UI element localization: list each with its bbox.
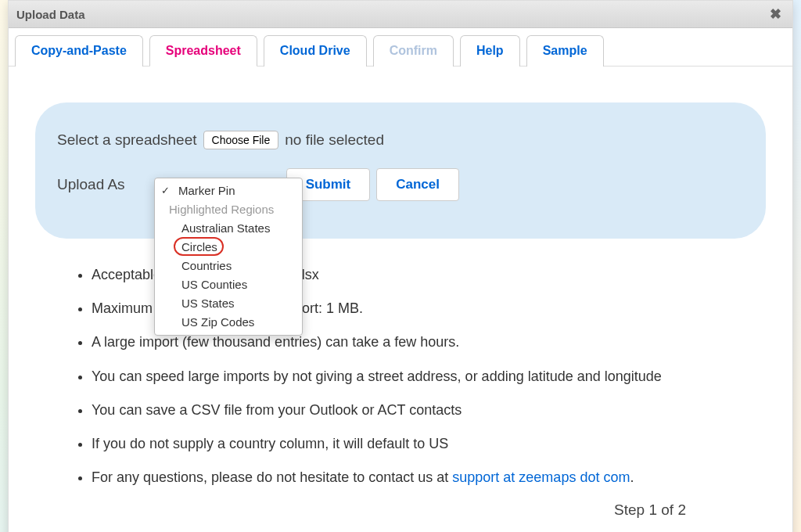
step-indicator: Step 1 of 2 <box>21 501 780 532</box>
dropdown-item-marker-pin[interactable]: ✓ Marker Pin <box>155 182 302 200</box>
dropdown-item-us-zip-codes[interactable]: US Zip Codes <box>155 313 302 332</box>
check-icon: ✓ <box>161 183 170 199</box>
tab-confirm: Confirm <box>373 35 454 66</box>
note-item: You can save a CSV file from your Outloo… <box>92 401 741 420</box>
cancel-button[interactable]: Cancel <box>376 168 459 201</box>
no-file-text: no file selected <box>285 131 384 149</box>
tabs: Copy-and-Paste Spreadsheet Cloud Drive C… <box>9 28 792 66</box>
dialog-header: Upload Data ✖ <box>9 1 792 28</box>
content: Select a spreadsheet Choose File no file… <box>9 66 792 532</box>
tab-cloud-drive[interactable]: Cloud Drive <box>264 35 367 66</box>
note-item: A large import (few thousand entries) ca… <box>92 332 741 352</box>
note-item: You can speed large imports by not givin… <box>92 367 741 386</box>
tab-sample[interactable]: Sample <box>526 35 604 66</box>
upload-panel: Select a spreadsheet Choose File no file… <box>35 102 766 239</box>
note-item: If you do not supply a country column, i… <box>92 434 741 454</box>
tab-copy-and-paste[interactable]: Copy-and-Paste <box>15 35 143 66</box>
upload-data-dialog: Upload Data ✖ Copy-and-Paste Spreadsheet… <box>8 0 793 532</box>
upload-as-dropdown[interactable]: ✓ Marker Pin Highlighted Regions Austral… <box>154 178 303 336</box>
dropdown-item-us-counties[interactable]: US Counties <box>155 275 302 294</box>
support-link[interactable]: support at zeemaps dot com <box>452 469 630 485</box>
dropdown-item-us-states[interactable]: US States <box>155 294 302 313</box>
file-row: Select a spreadsheet Choose File no file… <box>57 131 744 149</box>
close-icon[interactable]: ✖ <box>767 5 785 23</box>
dropdown-item-circles[interactable]: Circles <box>155 238 302 257</box>
dropdown-item-countries[interactable]: Countries <box>155 257 302 275</box>
dropdown-item-australian-states[interactable]: Australian States <box>155 219 302 238</box>
dropdown-group-highlighted-regions: Highlighted Regions <box>155 200 302 219</box>
choose-file-button[interactable]: Choose File <box>203 131 279 149</box>
upload-as-label: Upload As <box>57 176 125 193</box>
dialog-title: Upload Data <box>16 8 85 21</box>
tab-help[interactable]: Help <box>460 35 520 66</box>
tab-spreadsheet[interactable]: Spreadsheet <box>149 35 257 66</box>
select-spreadsheet-label: Select a spreadsheet <box>57 131 197 149</box>
note-item: For any questions, please do not hesitat… <box>92 468 741 487</box>
